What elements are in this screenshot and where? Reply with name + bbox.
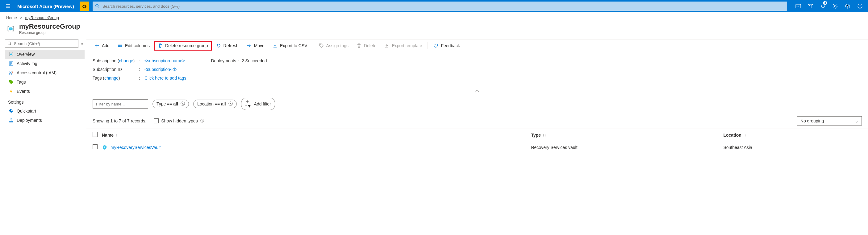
button-label: Add filter <box>254 101 271 106</box>
button-label: Move <box>254 43 265 48</box>
subscription-id-value[interactable]: <subscription-id> <box>145 67 178 72</box>
sidebar: « Overview Activity log Access control (… <box>0 39 87 153</box>
resource-summary: Subscription (change) : <subscription-na… <box>87 52 868 87</box>
tags-value[interactable]: Click here to add tags <box>145 75 186 80</box>
collapse-summary-button[interactable]: ︽ <box>87 87 868 96</box>
subscription-label: Subscription (change) <box>93 58 139 63</box>
table-row[interactable]: myRecoveryServicesVault Recovery Service… <box>87 141 868 153</box>
svg-point-1 <box>95 4 98 7</box>
feedback-smiley-button[interactable] <box>855 0 866 12</box>
directory-filter-button[interactable] <box>805 0 816 12</box>
change-subscription-link[interactable]: change <box>119 58 133 63</box>
content-area: Add Edit columns Delete resource group R… <box>87 39 868 153</box>
row-checkbox[interactable] <box>93 144 97 149</box>
refresh-button[interactable]: Refresh <box>212 41 242 51</box>
brand-label: Microsoft Azure (Preview) <box>13 4 78 9</box>
events-icon <box>9 89 13 94</box>
type-filter-pill[interactable]: Type == all ⓧ <box>153 100 189 108</box>
sidebar-item-tags[interactable]: Tags <box>5 77 85 87</box>
svg-point-6 <box>859 5 860 6</box>
edit-columns-button[interactable]: Edit columns <box>114 41 153 51</box>
column-header-location[interactable]: Location↑↓ <box>723 133 862 138</box>
sidebar-item-label: Events <box>17 89 30 94</box>
delete-button: Delete <box>353 41 380 51</box>
quickstart-icon <box>9 108 13 113</box>
global-search <box>93 2 787 11</box>
sidebar-item-label: Activity log <box>17 61 37 66</box>
page-title: myResourceGroup <box>19 23 80 31</box>
add-filter-button[interactable]: ⁺▼ Add filter <box>241 98 275 110</box>
select-all-checkbox[interactable] <box>93 132 97 137</box>
help-button[interactable] <box>842 0 853 12</box>
pill-value: all <box>173 101 178 106</box>
add-filter-icon: ⁺▼ <box>245 99 252 108</box>
resource-location-cell: Southeast Asia <box>723 145 862 150</box>
show-hidden-checkbox[interactable] <box>154 119 159 123</box>
clear-filter-icon[interactable]: ⓧ <box>181 101 185 107</box>
sidebar-item-events[interactable]: Events <box>5 87 85 96</box>
command-bar: Add Edit columns Delete resource group R… <box>87 39 868 52</box>
info-icon[interactable]: ⓘ <box>200 119 204 124</box>
move-button[interactable]: Move <box>243 41 268 51</box>
subscription-id-label: Subscription ID <box>93 67 139 72</box>
notification-badge: 4 <box>823 1 827 5</box>
svg-point-14 <box>320 44 321 45</box>
global-search-input[interactable] <box>93 2 787 11</box>
heart-icon <box>433 43 438 48</box>
preview-bug-icon[interactable] <box>80 2 89 11</box>
assign-tags-button: Assign tags <box>315 41 352 51</box>
resource-type-cell: Recovery Services vault <box>531 145 723 150</box>
notifications-button[interactable]: 4 <box>817 0 829 12</box>
location-filter-pill[interactable]: Location == all ⓧ <box>193 100 237 108</box>
breadcrumb-home[interactable]: Home <box>6 15 17 20</box>
clear-filter-icon[interactable]: ⓧ <box>228 101 233 107</box>
sidebar-item-overview[interactable]: Overview <box>5 49 85 59</box>
trash-icon <box>356 43 362 48</box>
grouping-select[interactable]: No grouping ⌄ <box>797 116 862 126</box>
svg-point-3 <box>834 5 836 7</box>
tags-label: Tags (change) <box>93 75 139 80</box>
download-icon <box>273 43 278 48</box>
sidebar-item-label: Quickstart <box>17 108 36 113</box>
cloud-shell-button[interactable] <box>793 0 804 12</box>
sidebar-item-label: Tags <box>17 79 26 85</box>
button-label: Refresh <box>223 43 239 48</box>
move-icon <box>247 43 252 48</box>
subscription-value[interactable]: <subscription-name> <box>145 58 185 63</box>
resource-name-link[interactable]: myRecoveryServicesVault <box>111 145 160 150</box>
delete-resource-group-button[interactable]: Delete resource group <box>154 41 212 51</box>
export-csv-button[interactable]: Export to CSV <box>269 41 311 51</box>
sidebar-item-activity-log[interactable]: Activity log <box>5 59 85 68</box>
button-label: Assign tags <box>326 43 348 48</box>
menu-toggle-button[interactable] <box>2 4 13 9</box>
feedback-button[interactable]: Feedback <box>430 41 463 51</box>
breadcrumb-separator: > <box>20 15 22 20</box>
activity-log-icon <box>9 61 13 66</box>
pill-prefix: Location == <box>197 101 221 106</box>
page-subtitle: Resource group <box>19 31 80 35</box>
svg-rect-2 <box>796 4 801 8</box>
columns-icon <box>118 43 123 48</box>
sidebar-item-quickstart[interactable]: Quickstart <box>5 106 85 116</box>
add-button[interactable]: Add <box>91 41 113 51</box>
tags-icon <box>9 79 13 85</box>
sidebar-item-access-control[interactable]: Access control (IAM) <box>5 68 85 77</box>
change-tags-link[interactable]: change <box>104 75 119 80</box>
top-right-actions: 4 <box>789 0 866 12</box>
table-header: Name↑↓ Type↑↓ Location↑↓ <box>87 129 868 141</box>
refresh-icon <box>216 43 221 48</box>
breadcrumb-current[interactable]: myResourceGroup <box>25 15 59 20</box>
column-header-type[interactable]: Type↑↓ <box>531 133 723 138</box>
svg-point-11 <box>12 72 13 73</box>
records-count-label: Showing 1 to 7 of 7 records. <box>93 119 146 123</box>
column-header-name[interactable]: Name↑↓ <box>102 133 531 138</box>
deployments-value[interactable]: 2 Succeeded <box>242 58 267 63</box>
deployments-icon <box>9 118 13 123</box>
button-label: Feedback <box>441 43 460 48</box>
deployments-label: Deployments <box>211 58 236 63</box>
sidebar-item-deployments[interactable]: Deployments <box>5 116 85 125</box>
filter-by-name-input[interactable] <box>93 99 148 108</box>
sidebar-collapse-button[interactable]: « <box>80 41 85 46</box>
settings-button[interactable] <box>830 0 841 12</box>
sidebar-search-input[interactable] <box>5 39 79 48</box>
